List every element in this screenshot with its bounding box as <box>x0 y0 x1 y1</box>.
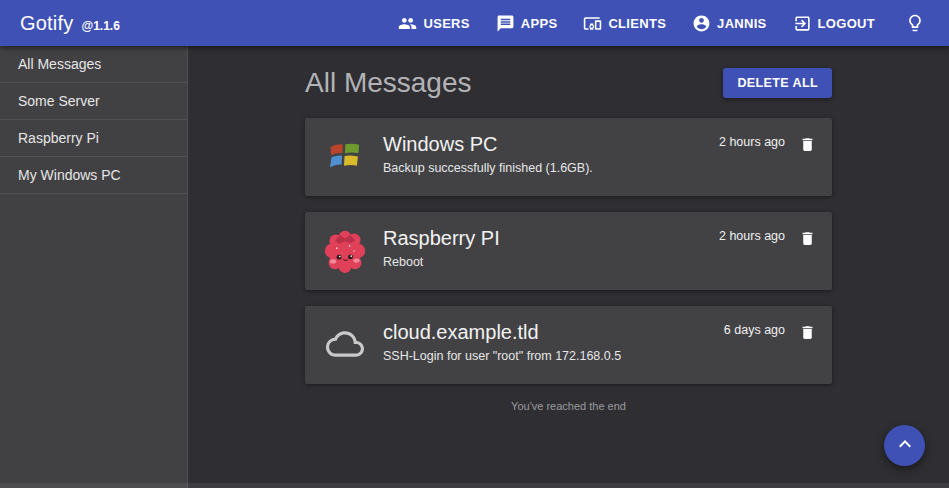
sidebar-item-label: Some Server <box>18 93 100 109</box>
nav-username-label: JANNIS <box>717 16 766 31</box>
scroll-to-top-button[interactable] <box>884 425 925 466</box>
nav-clients-button[interactable]: CLIENTS <box>581 10 668 37</box>
top-nav: USERS APPS CLIENTS JANNIS LOGOUT <box>396 9 929 37</box>
message-body: SSH-Login for user "root" from 172.168.0… <box>383 349 724 365</box>
account-circle-icon <box>692 14 711 33</box>
message-meta: 2 hours ago <box>719 226 816 248</box>
raspberry-logo <box>323 226 367 274</box>
cloud-icon <box>323 320 367 368</box>
sidebar-item-label: All Messages <box>18 56 101 72</box>
windows-logo <box>323 132 367 180</box>
message-title: Windows PC <box>383 133 719 156</box>
message-title: Raspberry PI <box>383 227 719 250</box>
message-card-raspberry-pi: Raspberry PI Reboot 2 hours ago <box>305 212 832 290</box>
message-content: cloud.example.tld SSH-Login for user "ro… <box>383 320 724 365</box>
nav-users-button[interactable]: USERS <box>396 10 471 37</box>
message-timestamp: 2 hours ago <box>719 135 785 149</box>
message-meta: 6 days ago <box>724 320 816 342</box>
sidebar-item-all-messages[interactable]: All Messages <box>0 46 187 83</box>
message-meta: 2 hours ago <box>719 132 816 154</box>
messages-panel: All Messages DELETE ALL Windows PC Backu… <box>305 62 832 412</box>
message-content: Windows PC Backup successfully finished … <box>383 132 719 177</box>
horizontal-scrollbar[interactable] <box>0 483 949 488</box>
page-title: All Messages <box>305 67 472 99</box>
app-version: @1.1.6 <box>81 19 119 33</box>
app-bar: Gotify @1.1.6 USERS APPS CLIENTS JANNIS … <box>0 0 949 46</box>
message-timestamp: 2 hours ago <box>719 229 785 243</box>
users-icon <box>398 14 417 33</box>
trash-icon <box>799 229 816 248</box>
title-row: All Messages DELETE ALL <box>305 62 832 104</box>
theme-toggle-button[interactable] <box>901 9 929 37</box>
nav-logout-button[interactable]: LOGOUT <box>791 10 877 37</box>
nav-users-label: USERS <box>423 16 469 31</box>
trash-icon <box>799 135 816 154</box>
delete-all-button[interactable]: DELETE ALL <box>723 68 832 98</box>
end-of-list-text: You've reached the end <box>305 400 832 412</box>
nav-user-menu-button[interactable]: JANNIS <box>690 10 768 37</box>
sidebar-item-label: Raspberry Pi <box>18 130 99 146</box>
message-card-windows-pc: Windows PC Backup successfully finished … <box>305 118 832 196</box>
sidebar-item-some-server[interactable]: Some Server <box>0 83 187 120</box>
main-area: All Messages DELETE ALL Windows PC Backu… <box>188 46 949 488</box>
sidebar-item-label: My Windows PC <box>18 167 121 183</box>
delete-message-button[interactable] <box>799 135 816 154</box>
page-body: All Messages Some Server Raspberry Pi My… <box>0 46 949 488</box>
sidebar-item-my-windows-pc[interactable]: My Windows PC <box>0 157 187 194</box>
trash-icon <box>799 323 816 342</box>
nav-apps-label: APPS <box>521 16 558 31</box>
lightbulb-icon <box>905 13 925 33</box>
message-title: cloud.example.tld <box>383 321 724 344</box>
app-title: Gotify <box>20 12 73 35</box>
message-timestamp: 6 days ago <box>724 323 785 337</box>
chevron-up-icon <box>893 432 917 459</box>
delete-message-button[interactable] <box>799 229 816 248</box>
nav-apps-button[interactable]: APPS <box>494 10 560 37</box>
chat-icon <box>496 14 515 33</box>
logout-icon <box>793 14 812 33</box>
delete-message-button[interactable] <box>799 323 816 342</box>
sidebar: All Messages Some Server Raspberry Pi My… <box>0 46 188 488</box>
nav-logout-label: LOGOUT <box>818 16 875 31</box>
message-card-cloud: cloud.example.tld SSH-Login for user "ro… <box>305 306 832 384</box>
message-content: Raspberry PI Reboot <box>383 226 719 271</box>
message-body: Backup successfully finished (1.6GB). <box>383 161 719 177</box>
devices-icon <box>583 14 602 33</box>
sidebar-item-raspberry-pi[interactable]: Raspberry Pi <box>0 120 187 157</box>
message-body: Reboot <box>383 255 719 271</box>
nav-clients-label: CLIENTS <box>608 16 666 31</box>
brand: Gotify @1.1.6 <box>20 12 120 35</box>
